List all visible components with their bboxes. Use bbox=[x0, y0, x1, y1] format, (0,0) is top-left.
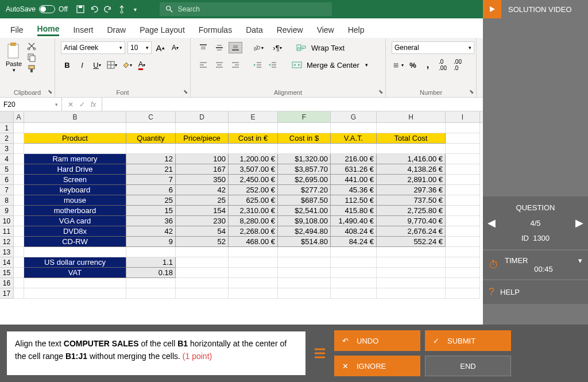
cell[interactable]: $277.20 bbox=[278, 185, 331, 195]
paste-button[interactable]: Paste ▾ bbox=[6, 42, 22, 73]
end-button[interactable]: END bbox=[425, 356, 511, 376]
tab-home[interactable]: Home bbox=[37, 24, 60, 36]
col-header-c[interactable]: C bbox=[126, 111, 176, 122]
cell[interactable]: Screen bbox=[24, 175, 126, 185]
cell[interactable] bbox=[229, 144, 278, 154]
row-header[interactable]: 9 bbox=[0, 206, 14, 216]
cell[interactable]: 45.36 € bbox=[331, 185, 377, 195]
comma-icon[interactable]: , bbox=[421, 59, 434, 71]
autosave-toggle[interactable]: AutoSave Off bbox=[0, 5, 74, 13]
cell[interactable] bbox=[14, 268, 24, 278]
col-header-f[interactable]: F bbox=[278, 111, 331, 122]
cell[interactable]: Quantity bbox=[126, 133, 176, 144]
spreadsheet-grid[interactable]: A B C D E F G H I 12ProductQuantityPrice… bbox=[0, 111, 483, 310]
cell[interactable]: 7 bbox=[126, 175, 176, 185]
clipboard-dialog-icon[interactable]: ⬊ bbox=[48, 88, 52, 95]
align-left-icon[interactable] bbox=[196, 59, 210, 71]
row-header[interactable]: 15 bbox=[0, 268, 14, 278]
cell[interactable]: motherboard bbox=[24, 206, 126, 216]
cell[interactable]: 1,490.40 € bbox=[331, 216, 377, 226]
tab-data[interactable]: Data bbox=[246, 25, 263, 34]
submit-button[interactable]: ✓SUBMIT bbox=[425, 330, 511, 351]
cell[interactable] bbox=[229, 288, 278, 299]
cell[interactable] bbox=[14, 226, 24, 237]
save-icon[interactable] bbox=[74, 2, 87, 16]
cell[interactable]: 408.24 € bbox=[331, 226, 377, 237]
cell[interactable] bbox=[446, 133, 480, 144]
cell[interactable]: 1,416.00 € bbox=[377, 154, 446, 164]
font-size-select[interactable]: 10▾ bbox=[127, 41, 152, 54]
cell[interactable] bbox=[24, 144, 126, 154]
cell[interactable]: 112.50 € bbox=[331, 195, 377, 206]
merge-center-button[interactable]: Merge & Center ▾ bbox=[292, 60, 368, 70]
cell[interactable] bbox=[446, 154, 480, 164]
align-right-icon[interactable] bbox=[229, 59, 242, 71]
cell[interactable]: VAT bbox=[24, 268, 126, 278]
italic-button[interactable]: I bbox=[76, 59, 88, 71]
tab-page-layout[interactable]: Page Layout bbox=[140, 25, 185, 34]
align-top-icon[interactable] bbox=[196, 42, 210, 53]
cell[interactable]: 9,770.40 € bbox=[377, 216, 446, 226]
prev-question-icon[interactable]: ◀ bbox=[488, 217, 496, 229]
cell[interactable] bbox=[446, 144, 480, 154]
ignore-button[interactable]: ✕IGNORE bbox=[334, 356, 420, 376]
underline-button[interactable]: U▾ bbox=[91, 59, 103, 71]
font-name-select[interactable]: Arial Greek▾ bbox=[61, 41, 125, 54]
tab-view[interactable]: View bbox=[317, 25, 334, 34]
bold-button[interactable]: B bbox=[61, 59, 74, 71]
cell[interactable]: 2,725.80 € bbox=[377, 206, 446, 216]
cell[interactable] bbox=[126, 123, 176, 133]
cell[interactable] bbox=[446, 257, 480, 268]
cut-icon[interactable] bbox=[26, 41, 37, 51]
orientation-button[interactable]: ab▾ bbox=[252, 41, 264, 54]
font-color-button[interactable]: A▾ bbox=[136, 59, 148, 71]
cell[interactable] bbox=[176, 268, 229, 278]
cell[interactable]: 230 bbox=[176, 216, 229, 226]
enter-formula-icon[interactable]: ✓ bbox=[79, 101, 85, 109]
select-all-corner[interactable] bbox=[0, 111, 14, 122]
cell[interactable]: 1,200.00 € bbox=[229, 154, 278, 164]
cell[interactable] bbox=[229, 268, 278, 278]
cell[interactable] bbox=[446, 216, 480, 226]
cell[interactable]: $2,695.00 bbox=[278, 175, 331, 185]
cell[interactable]: 4,138.26 € bbox=[377, 164, 446, 175]
cell[interactable] bbox=[331, 144, 377, 154]
cell[interactable]: 1.1 bbox=[126, 257, 176, 268]
format-painter-icon[interactable] bbox=[26, 64, 37, 74]
col-header-g[interactable]: G bbox=[331, 111, 377, 122]
cancel-formula-icon[interactable]: ✕ bbox=[68, 101, 74, 109]
cell[interactable]: 9 bbox=[126, 237, 176, 247]
search-box[interactable]: Search bbox=[160, 2, 332, 16]
cell[interactable] bbox=[176, 144, 229, 154]
cell[interactable] bbox=[14, 154, 24, 164]
cell[interactable]: 42 bbox=[126, 226, 176, 237]
cell[interactable] bbox=[126, 288, 176, 299]
cell[interactable] bbox=[331, 278, 377, 288]
cell[interactable]: $687.50 bbox=[278, 195, 331, 206]
menu-icon[interactable] bbox=[312, 347, 327, 360]
col-header-h[interactable]: H bbox=[377, 111, 446, 122]
cell[interactable]: 2,450.00 € bbox=[229, 175, 278, 185]
cell[interactable] bbox=[377, 144, 446, 154]
cell[interactable]: 25 bbox=[126, 195, 176, 206]
cell[interactable]: 625.00 € bbox=[229, 195, 278, 206]
cell[interactable]: 8,280.00 € bbox=[229, 216, 278, 226]
cell[interactable] bbox=[446, 164, 480, 175]
cell[interactable]: 3,507.00 € bbox=[229, 164, 278, 175]
cell[interactable] bbox=[377, 278, 446, 288]
cell[interactable]: keyboard bbox=[24, 185, 126, 195]
cell[interactable] bbox=[14, 185, 24, 195]
cell[interactable] bbox=[176, 278, 229, 288]
cell[interactable] bbox=[126, 278, 176, 288]
cell[interactable]: 42 bbox=[176, 185, 229, 195]
row-header[interactable]: 5 bbox=[0, 164, 14, 175]
cell[interactable] bbox=[14, 144, 24, 154]
cell[interactable] bbox=[278, 123, 331, 133]
number-dialog-icon[interactable]: ⬊ bbox=[469, 88, 474, 95]
cell[interactable] bbox=[14, 175, 24, 185]
cell[interactable]: 21 bbox=[126, 164, 176, 175]
tab-insert[interactable]: Insert bbox=[73, 25, 93, 34]
cell[interactable]: 54 bbox=[176, 226, 229, 237]
cell[interactable] bbox=[331, 257, 377, 268]
cell[interactable]: Cost in $ bbox=[278, 133, 331, 144]
